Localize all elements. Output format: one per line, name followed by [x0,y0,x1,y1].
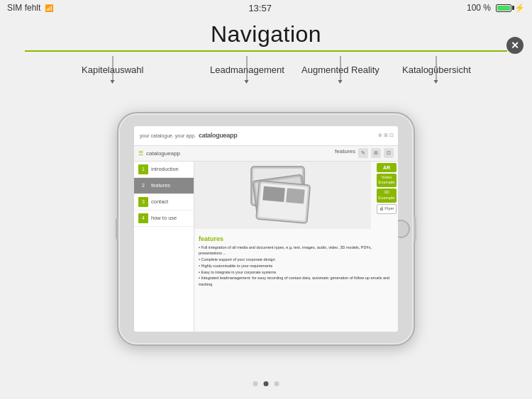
ipad-side-button-left [116,218,118,240]
feature-item-3: Easy to integrate in your corporate syst… [199,269,394,276]
status-right: 100 % ⚡ [467,3,525,13]
sidebar-item-features[interactable]: 2 features [134,178,194,194]
sidebar-item-introduction[interactable]: 1 introduction [134,162,194,178]
dot-2[interactable] [275,381,279,386]
svg-rect-7 [286,188,305,203]
feature-item-4: Integrated leadmanagement: for easy reco… [199,275,394,288]
app-sidebar: 1 introduction 2 features 3 contact 4 ho… [134,162,194,332]
status-bar: SIM fehlt 📶 13:57 100 % ⚡ [0,0,532,16]
status-time: 13:57 [248,3,272,13]
app-topbar: your catalogue. your app. catalogueapp ⊕… [134,126,398,146]
ipad-wrapper: your catalogue. your app. catalogueapp ⊕… [0,112,532,346]
arrow-leadmanagement [247,56,248,81]
sidebar-num-3: 3 [138,197,148,207]
sidebar-label-introduction: introduction [151,166,179,172]
title-area: Navigation ✕ [0,16,532,55]
carrier-text: SIM fehlt [7,3,40,13]
app-tagline: your catalogue. your app. [140,133,196,138]
wifi-icon: 📶 [45,4,53,12]
ipad-frame: your catalogue. your app. catalogueapp ⊕… [117,112,415,346]
labels-area: Kapitelauswahl Leadmanagement Augmented … [0,59,532,105]
feature-item-1: Complete support of your corporate desig… [199,257,394,263]
label-leadmanagement: Leadmanagement [210,64,284,75]
app-main: AR VideoExample 3DExample 🖨 Flyer featur… [194,162,398,332]
battery-percent: 100 % [467,3,491,13]
sidebar-label-howtouse: how to use [151,215,177,221]
title-divider [25,50,507,52]
sidebar-num-2: 2 [138,181,148,191]
arrow-augmented-reality [340,56,340,81]
tablet-stack-svg [240,163,326,227]
features-list: Full integration of all media and docume… [199,245,394,288]
page-title: Navigation [0,21,532,47]
battery-fill [497,6,510,11]
sidebar-item-howtouse[interactable]: 4 how to use [134,210,194,227]
label-katalogubersicht: Katalogübersicht [402,64,471,75]
svg-rect-6 [262,186,285,203]
charging-icon: ⚡ [514,3,525,13]
app-screen: your catalogue. your app. catalogueapp ⊕… [134,126,398,332]
feature-item-0: Full integration of all media and docume… [199,245,394,257]
dot-1[interactable] [264,381,269,386]
feature-item-2: Highly customisable to your requirements [199,263,394,269]
sidebar-item-contact[interactable]: 3 contact [134,194,194,210]
sidebar-label-contact: contact [151,198,168,205]
close-button[interactable]: ✕ [506,37,523,54]
app-logo: catalogueapp [199,132,237,139]
dot-0[interactable] [253,381,258,386]
threed-button[interactable]: 3DExample [377,189,397,203]
app-topbar-right: ⊕ ⊞ ⊡ [378,133,394,138]
label-augmented-reality: Augmented Reality [301,64,379,75]
app-nav-title: catalogueapp [146,150,180,157]
flyer-button[interactable]: 🖨 Flyer [377,204,397,214]
bookmark-btn[interactable]: ⊞ [371,148,381,158]
grid-btn[interactable]: ⊡ [384,148,394,158]
app-navbar-actions: features ✎ ⊞ ⊡ [335,148,394,158]
sidebar-num-1: 1 [138,164,148,174]
tablet-stack [194,162,371,229]
ar-button[interactable]: AR [377,163,397,172]
ipad-side-button-right [414,217,416,242]
features-title: features [199,235,394,242]
label-kapitelauswahl: Kapitelauswahl [82,64,143,75]
pagination [253,381,279,386]
arrow-katalogubersicht [436,56,437,81]
status-left: SIM fehlt 📶 [7,3,53,13]
app-content: 1 introduction 2 features 3 contact 4 ho… [134,162,398,332]
share-btn[interactable]: ✎ [358,148,368,158]
side-buttons: AR VideoExample 3DExample 🖨 Flyer [377,163,397,214]
sidebar-label-features: features [151,182,170,189]
menu-icon: ☰ [138,150,143,157]
battery-icon [496,4,511,12]
app-nav-section: features [335,148,355,158]
arrow-kapitelauswahl [112,56,113,81]
app-navbar: ☰ catalogueapp features ✎ ⊞ ⊡ [134,146,398,162]
video-button[interactable]: VideoExample [377,174,397,188]
sidebar-num-4: 4 [138,213,148,223]
features-content: features Full integration of all media a… [194,232,398,291]
